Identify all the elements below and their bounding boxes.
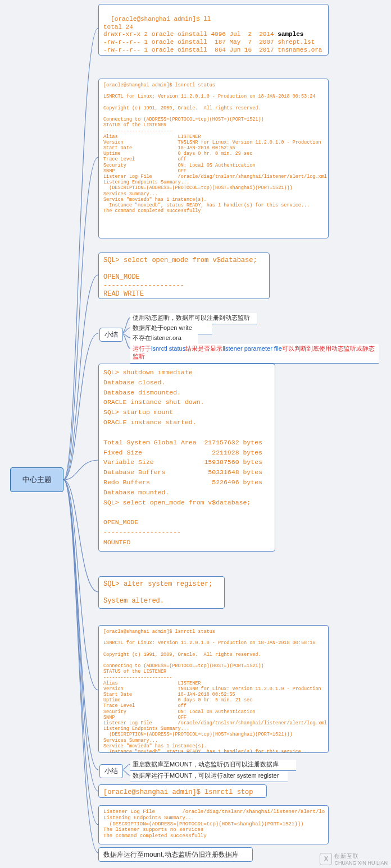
summary-2-item-0: 重启数据库至MOUNT，动态监听仍旧可以注册数据库	[130, 760, 296, 771]
summary-1-label[interactable]: 小结	[99, 328, 123, 342]
code-alter-register: SQL> alter system register; System alter…	[98, 576, 225, 609]
summary-2-item-1: 数据库运行于MOUNT，可以运行alter system register	[130, 771, 288, 782]
code-openmode: SQL> select open_mode from v$database; O…	[98, 252, 270, 299]
root-node[interactable]: 中心主题	[10, 467, 63, 492]
code-lsnrctl-2: [oracle@shanghai admin]$ lsnrctl status …	[98, 625, 329, 753]
root-label: 中心主题	[22, 475, 52, 485]
code-lsnrctl-stop: [oracle@shanghai admin]$ lsnrctl stop	[98, 784, 267, 798]
watermark-cn: 创新互联	[334, 852, 388, 860]
summary-2-label[interactable]: 小结	[99, 764, 123, 778]
code-shutdown: SQL> shutdown immediate Database closed.…	[98, 364, 275, 552]
watermark-en: CHUANG XIN HU LIAN	[334, 860, 388, 866]
watermark-logo: X	[320, 853, 332, 865]
watermark: X 创新互联 CHUANG XIN HU LIAN	[320, 852, 388, 866]
code-ll-text: [oracle@shanghai admin]$ ll total 24 drw…	[103, 16, 322, 53]
code-ll: [oracle@shanghai admin]$ ll total 24 drw…	[98, 4, 329, 56]
summary-1-item-3: 运行于lsnrctl status结果是否显示listener paramete…	[130, 344, 379, 364]
code-listener-snippet: Listener Log File /oracle/diag/tnslsnr/s…	[98, 805, 329, 844]
summary-1-item-2: 不存在listener.ora	[130, 333, 198, 345]
conclusion-node: 数据库运行至mount,动态监听仍旧注册数据库	[98, 847, 253, 862]
code-lsnrctl-1: [oracle@shanghai admin]$ lsnrctl status …	[98, 79, 329, 238]
